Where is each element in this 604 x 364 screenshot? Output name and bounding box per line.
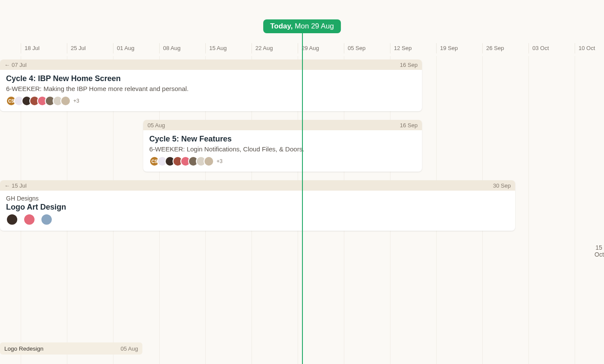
- date-tick: 26 Sep: [482, 43, 528, 53]
- project-card-cycle5[interactable]: 05 Aug 16 Sep Cycle 5: New Features 6-WE…: [143, 120, 422, 172]
- avatar[interactable]: [60, 96, 71, 106]
- date-tick: 15 Aug: [205, 43, 252, 53]
- today-marker-line: [302, 32, 303, 364]
- today-badge[interactable]: Today, Mon 29 Aug: [263, 19, 341, 33]
- card-end-date: 16 Sep: [400, 122, 418, 129]
- card-title: Cycle 4: IBP New Home Screen: [6, 74, 416, 83]
- timeline-edge-date: 15 Oct: [595, 244, 603, 258]
- avatar[interactable]: [204, 156, 214, 166]
- avatar[interactable]: [41, 213, 53, 226]
- today-date: Mon 29 Aug: [295, 22, 334, 30]
- arrow-left-icon: [4, 182, 10, 189]
- avatar-stack: [6, 213, 509, 226]
- date-tick: 10 Oct: [575, 43, 604, 53]
- card-body: Cycle 5: New Features 6-WEEKER: Login No…: [143, 130, 422, 172]
- avatar[interactable]: [6, 213, 18, 226]
- avatar-stack: CS+3: [6, 96, 416, 106]
- timeline-view: Today, Mon 29 Aug 18 Jul25 Jul01 Aug08 A…: [0, 0, 604, 364]
- avatar[interactable]: [23, 213, 35, 226]
- card-description: 6-WEEKER: Making the IBP Home more relev…: [6, 85, 416, 92]
- date-tick: 01 Aug: [113, 43, 159, 53]
- milestone-end-date: 05 Aug: [121, 345, 138, 352]
- date-tick: 25 Jul: [67, 43, 113, 53]
- card-body: Cycle 4: IBP New Home Screen 6-WEEKER: M…: [0, 70, 422, 111]
- card-date-bar: 05 Aug 16 Sep: [143, 120, 422, 130]
- today-prefix: Today,: [270, 22, 293, 30]
- card-subtitle: GH Designs: [6, 195, 509, 202]
- date-tick: 03 Oct: [528, 43, 575, 53]
- card-title: Cycle 5: New Features: [149, 135, 416, 144]
- card-date-bar: 15 Jul 30 Sep: [0, 180, 515, 191]
- milestone-card-logoredesign[interactable]: Logo Redesign 05 Aug: [0, 342, 142, 355]
- gridline: [575, 56, 575, 364]
- arrow-left-icon: [4, 62, 10, 68]
- avatar-stack: CS+3: [149, 156, 416, 166]
- project-card-logoart[interactable]: 15 Jul 30 Sep GH Designs Logo Art Design: [0, 180, 515, 231]
- avatar-overflow-count[interactable]: +3: [73, 98, 79, 104]
- date-tick: 19 Sep: [436, 43, 482, 53]
- card-end-date: 16 Sep: [400, 62, 418, 68]
- card-start-date: 05 Aug: [148, 122, 165, 129]
- card-start-date: 07 Jul: [12, 62, 27, 68]
- project-card-cycle4[interactable]: 07 Jul 16 Sep Cycle 4: IBP New Home Scre…: [0, 60, 422, 111]
- card-title: Logo Art Design: [6, 203, 509, 212]
- date-tick: 08 Aug: [159, 43, 205, 53]
- date-tick: 18 Jul: [21, 43, 67, 53]
- card-body: GH Designs Logo Art Design: [0, 191, 515, 231]
- card-date-bar: 07 Jul 16 Sep: [0, 60, 422, 70]
- date-tick: 29 Aug: [298, 43, 344, 53]
- milestone-title: Logo Redesign: [4, 345, 44, 352]
- card-end-date: 30 Sep: [493, 182, 511, 189]
- date-tick: 22 Aug: [252, 43, 298, 53]
- card-start-date: 15 Jul: [12, 182, 27, 189]
- avatar-overflow-count[interactable]: +3: [217, 158, 223, 164]
- date-tick: 12 Sep: [390, 43, 436, 53]
- card-description: 6-WEEKER: Login Notifications, Cloud Fil…: [149, 145, 416, 153]
- gridline: [528, 56, 529, 364]
- date-tick: 05 Sep: [344, 43, 390, 53]
